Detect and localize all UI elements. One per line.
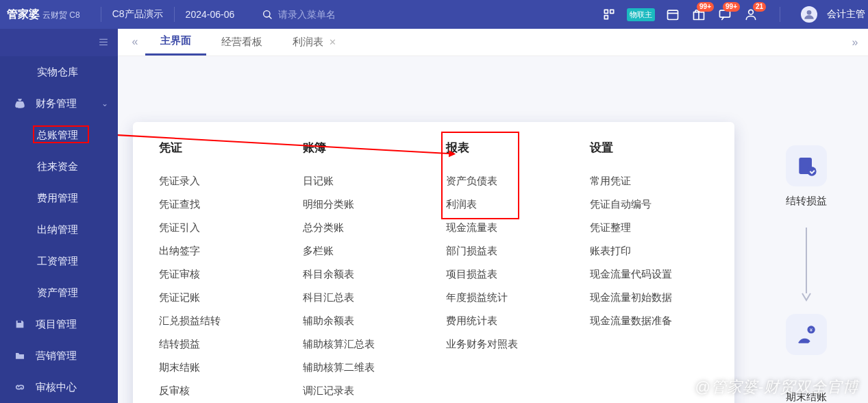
menu-item[interactable]: 反审核 <box>159 379 278 402</box>
panel-col-books: 账簿 日记账 明细分类账 总分类账 多栏账 科目余额表 科目汇总表 辅助余额表 … <box>290 140 434 403</box>
menu-item[interactable]: 期末结账 <box>159 356 278 379</box>
divider <box>101 7 101 22</box>
topbar-right: 物联主 99+ 99+ 21 会计主管 <box>601 0 868 29</box>
save-icon <box>14 318 26 330</box>
chevron-down-icon: ⌄ <box>101 99 108 108</box>
main: « 主界面 经营看板 利润表 ✕ » 结转损益 <box>118 29 868 403</box>
collapse-icon <box>97 38 110 47</box>
sidebar-item-assets[interactable]: 资产管理 <box>0 277 118 308</box>
sidebar-section-finance[interactable]: 财务管理 ⌄ <box>0 88 118 119</box>
menu-item[interactable]: 凭证整理 <box>590 216 709 239</box>
sidebar-section-project[interactable]: 项目管理 <box>0 308 118 340</box>
menu-item[interactable]: 日记账 <box>303 169 422 193</box>
svg-rect-2 <box>604 10 608 13</box>
svg-line-1 <box>269 16 271 19</box>
sidebar-item-general-ledger[interactable]: 总账管理 <box>0 119 118 151</box>
svg-rect-5 <box>668 10 678 19</box>
panel-col-title: 凭证 <box>159 140 278 156</box>
close-icon[interactable]: ✕ <box>329 37 336 47</box>
svg-rect-15 <box>18 321 21 323</box>
crumb-product[interactable]: C8产品演示 <box>112 8 163 21</box>
tab-label: 主界面 <box>160 34 191 47</box>
shortcut-period-close[interactable]: ¥ 期末结账 <box>765 314 847 376</box>
flow-arrow-icon <box>801 228 812 307</box>
menu-search-input[interactable] <box>278 9 374 20</box>
menu-item[interactable]: 多栏账 <box>303 239 422 262</box>
menu-item[interactable]: 辅助余额表 <box>303 309 422 332</box>
avatar[interactable] <box>801 6 817 23</box>
gift-icon[interactable]: 99+ <box>691 6 707 23</box>
moneybag-icon <box>14 97 26 110</box>
menu-item[interactable]: 部门损益表 <box>446 239 565 262</box>
menu-item[interactable]: 账表打印 <box>590 239 709 262</box>
menu-item[interactable]: 凭证查找 <box>159 193 278 216</box>
brand-main: 管家婆 <box>7 8 40 22</box>
menu-item[interactable]: 现金流量代码设置 <box>590 262 709 286</box>
menu-item[interactable]: 常用凭证 <box>590 169 709 193</box>
menu-item[interactable]: 科目余额表 <box>303 262 422 286</box>
sidebar-item-label: 实物仓库 <box>37 66 78 79</box>
message-icon[interactable]: 99+ <box>717 6 733 23</box>
iot-badge[interactable]: 物联主 <box>627 8 655 21</box>
menu-item[interactable]: 现金流量表 <box>446 216 565 239</box>
menu-item[interactable]: 明细分类账 <box>303 193 422 216</box>
menu-item[interactable]: 出纳签字 <box>159 239 278 262</box>
menu-item[interactable]: 凭证审核 <box>159 262 278 286</box>
menu-item[interactable]: 汇兑损益结转 <box>159 309 278 332</box>
sidebar: 实物仓库 财务管理 ⌄ 总账管理 往来资金 费用管理 出纳管理 工资管理 资产管… <box>0 29 118 403</box>
svg-rect-4 <box>604 16 608 19</box>
sidebar-item-physical-warehouse[interactable]: 实物仓库 <box>0 56 118 88</box>
menu-item[interactable]: 科目汇总表 <box>303 286 422 309</box>
menu-item[interactable]: 结转损益 <box>159 332 278 356</box>
sidebar-section-marketing[interactable]: 营销管理 <box>0 340 118 371</box>
sidebar-item-label: 工资管理 <box>37 255 78 268</box>
tab-dashboard[interactable]: 经营看板 <box>206 29 277 56</box>
crumb-date: 2024-06-06 <box>186 9 235 20</box>
sidebar-item-label: 出纳管理 <box>37 223 78 236</box>
username[interactable]: 会计主管 <box>827 8 865 21</box>
menu-item[interactable]: 资产负债表 <box>446 169 565 193</box>
menu-item[interactable]: 现金流量初始数据 <box>590 286 709 309</box>
menu-item[interactable]: 费用统计表 <box>446 309 565 332</box>
tabs-scroll-right[interactable]: » <box>845 29 865 56</box>
sidebar-item-label: 费用管理 <box>37 192 78 205</box>
divider <box>780 7 780 22</box>
sidebar-item-label: 营销管理 <box>36 350 77 363</box>
menu-item[interactable]: 凭证引入 <box>159 216 278 239</box>
menu-item[interactable]: 辅助核算二维表 <box>303 356 422 379</box>
sidebar-item-receivable[interactable]: 往来资金 <box>0 151 118 182</box>
svg-rect-14 <box>99 45 108 45</box>
users-icon[interactable]: 21 <box>743 6 759 23</box>
menu-item[interactable]: 利润表 <box>446 193 565 216</box>
tabs-scroll-left[interactable]: « <box>125 29 145 56</box>
menu-item[interactable]: 辅助核算汇总表 <box>303 332 422 356</box>
tabstrip: « 主界面 经营看板 利润表 ✕ » <box>118 29 868 56</box>
search-icon <box>262 9 273 20</box>
menu-item[interactable]: 调汇记录表 <box>303 379 422 402</box>
menu-item[interactable]: 凭证自动编号 <box>590 193 709 216</box>
gift-badge: 99+ <box>697 2 714 12</box>
sidebar-section-label: 财务管理 <box>36 97 77 110</box>
sidebar-collapse[interactable] <box>0 29 118 56</box>
tab-main[interactable]: 主界面 <box>145 29 206 56</box>
menu-item[interactable]: 凭证记账 <box>159 286 278 309</box>
scan-icon[interactable] <box>601 6 617 23</box>
divider <box>174 7 175 22</box>
menu-item[interactable]: 项目损益表 <box>446 262 565 286</box>
menu-item[interactable]: 年度损益统计 <box>446 286 565 309</box>
calendar-icon[interactable] <box>665 6 681 23</box>
shortcut-carryover[interactable]: 结转损益 <box>765 145 847 208</box>
menu-item[interactable]: 凭证录入 <box>159 169 278 193</box>
sidebar-item-payroll[interactable]: 工资管理 <box>0 245 118 277</box>
panel-col-title: 设置 <box>590 140 709 156</box>
sidebar-item-cashier[interactable]: 出纳管理 <box>0 214 118 245</box>
sidebar-item-expense[interactable]: 费用管理 <box>0 182 118 214</box>
svg-text:¥: ¥ <box>810 328 813 333</box>
menu-search[interactable] <box>262 9 374 20</box>
tab-profit[interactable]: 利润表 ✕ <box>277 29 351 56</box>
sidebar-section-audit[interactable]: 审核中心 <box>0 371 118 403</box>
menu-item[interactable]: 现金流量数据准备 <box>590 309 709 332</box>
sidebar-item-label: 审核中心 <box>36 381 77 394</box>
menu-item[interactable]: 总分类账 <box>303 216 422 239</box>
menu-item[interactable]: 业务财务对照表 <box>446 332 565 356</box>
